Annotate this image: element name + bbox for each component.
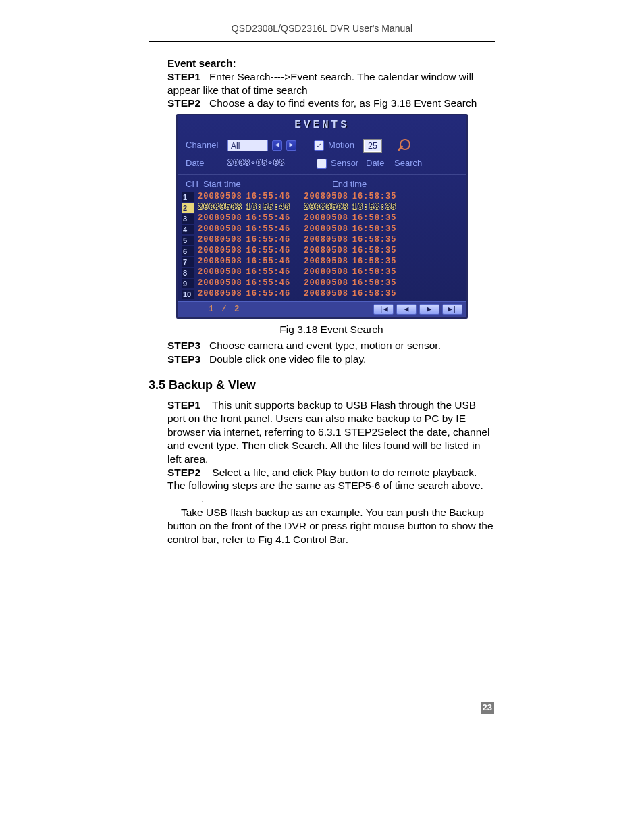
row-start-date: 20080508 (198, 257, 242, 267)
row-start-date: 20080508 (198, 278, 242, 288)
backup-step2: STEP2 Select a file, and click Play butt… (167, 466, 495, 493)
row-end-time: 16:58:35 (352, 278, 397, 288)
row-start-date: 20080508 (198, 246, 242, 256)
col-end: End time (332, 179, 458, 190)
row-start-time: 16:55:46 (246, 235, 291, 245)
row-start-date: 20080508 (198, 192, 242, 202)
row-end-date: 20080508 (304, 235, 348, 245)
channel-next-button[interactable]: ▶ (286, 140, 296, 151)
backup-heading: 3.5 Backup & View (149, 377, 495, 393)
next-page-button[interactable]: ▶ (419, 304, 439, 315)
date-value[interactable]: 2008-05-08 (227, 158, 294, 169)
backup-step2-text: Select a file, and click Play button to … (167, 467, 483, 492)
row-end-time: 16:58:35 (352, 289, 397, 299)
row-end-date: 20080508 (304, 278, 348, 288)
row-end-time: 16:58:35 (352, 224, 397, 234)
row-ch: 7 (182, 257, 194, 267)
step-3b: STEP3 Double click one video file to pla… (167, 353, 495, 366)
events-window: EVENTS Channel All ◀ ▶ ✓ Motion 25 Date … (176, 114, 468, 319)
backup-step2-label: STEP2 (167, 467, 200, 478)
motion-label: Motion (328, 140, 359, 151)
pager-text: 1 / 2 (209, 304, 241, 315)
event-search-heading: Event search: (167, 57, 495, 70)
table-row[interactable]: 52008050816:55:462008050816:58:35 (179, 235, 465, 246)
search-icon[interactable] (397, 139, 413, 153)
table-row[interactable]: 42008050816:55:462008050816:58:35 (179, 224, 465, 235)
row-start-time: 16:55:46 (246, 246, 291, 256)
row-end-date: 20080508 (304, 203, 348, 213)
row-start-date: 20080508 (198, 235, 242, 245)
row-end-date: 20080508 (304, 289, 348, 299)
step3b-text: Double click one video file to play. (209, 353, 366, 365)
table-row[interactable]: 92008050816:55:462008050816:58:35 (179, 278, 465, 289)
row-start-time: 16:55:46 (246, 267, 291, 278)
backup-step1-label: STEP1 (167, 399, 200, 411)
date-label: Date (186, 158, 223, 170)
row-start-time: 16:55:46 (246, 289, 291, 299)
table-row[interactable]: 102008050816:55:462008050816:58:35 (179, 289, 465, 300)
first-page-button[interactable]: |◀ (373, 304, 394, 315)
row-end-time: 16:58:35 (352, 235, 397, 245)
row-start-time: 16:55:46 (246, 278, 291, 288)
row-start-time: 16:55:46 (246, 213, 291, 224)
row-ch: 5 (182, 236, 194, 245)
sensor-label: Sensor (331, 158, 362, 170)
row-ch: 4 (182, 225, 194, 234)
row-start-date: 20080508 (198, 289, 242, 299)
step1-label: STEP1 (167, 71, 200, 82)
sensor-checkbox[interactable] (317, 159, 327, 169)
row-start-time: 16:55:46 (246, 224, 291, 234)
date2-label: Date (366, 158, 390, 170)
events-title: EVENTS (178, 115, 466, 137)
row-start-date: 20080508 (198, 203, 242, 213)
page-number: 23 (481, 702, 494, 714)
step2-label: STEP2 (167, 97, 200, 109)
backup-note: Take USB flash backup as an example. You… (167, 506, 495, 546)
figure-caption: Fig 3.18 Event Search (167, 323, 495, 336)
table-row[interactable]: 62008050816:55:462008050816:58:35 (179, 246, 465, 257)
row-end-date: 20080508 (304, 192, 348, 202)
page-header: QSD2308L/QSD2316L DVR User's Manual (0, 0, 644, 41)
channel-select[interactable]: All (227, 140, 268, 151)
last-page-button[interactable]: ▶| (442, 304, 462, 315)
row-start-date: 20080508 (198, 213, 242, 224)
motion-checkbox[interactable]: ✓ (314, 140, 324, 151)
row-start-date: 20080508 (198, 224, 242, 234)
row-end-date: 20080508 (304, 213, 348, 224)
row-start-time: 16:55:46 (246, 203, 291, 213)
table-row[interactable]: 32008050816:55:462008050816:58:35 (179, 213, 465, 224)
row-ch: 8 (182, 268, 194, 278)
row-end-date: 20080508 (304, 267, 348, 278)
calendar-day-box[interactable]: 25 (363, 139, 382, 153)
row-ch: 3 (182, 214, 194, 224)
backup-step1-text: This unit supports backup to USB Flash t… (167, 399, 489, 464)
row-end-time: 16:58:35 (352, 192, 397, 202)
row-ch: 1 (182, 192, 194, 202)
step2-text: Choose a day to find events for, as Fig … (209, 97, 477, 109)
row-ch: 9 (182, 279, 194, 288)
row-start-date: 20080508 (198, 267, 242, 278)
row-ch: 10 (182, 290, 194, 299)
table-row[interactable]: 22008050816:55:462008050816:58:35 (179, 203, 465, 213)
row-end-time: 16:58:35 (352, 267, 397, 278)
row-end-time: 16:58:35 (352, 246, 397, 256)
table-row[interactable]: 12008050816:55:462008050816:58:35 (179, 192, 465, 203)
row-end-date: 20080508 (304, 246, 348, 256)
channel-prev-button[interactable]: ◀ (272, 140, 282, 151)
prev-page-button[interactable]: ◀ (396, 304, 417, 315)
step-1: STEP1 Enter Search---->Event search. The… (167, 70, 495, 97)
col-ch: CH (186, 179, 200, 190)
step3a-text: Choose camera and event type, motion or … (209, 340, 441, 351)
table-row[interactable]: 82008050816:55:462008050816:58:35 (179, 267, 465, 278)
step1-text: Enter Search---->Event search. The calen… (167, 71, 473, 96)
table-row[interactable]: 72008050816:55:462008050816:58:35 (179, 257, 465, 267)
step-2: STEP2 Choose a day to find events for, a… (167, 97, 495, 110)
backup-step1: STEP1 This unit supports backup to USB F… (167, 398, 495, 465)
row-end-date: 20080508 (304, 224, 348, 234)
row-start-time: 16:55:46 (246, 192, 291, 202)
page-rule (149, 41, 495, 42)
table-header: CH Start time End time (178, 174, 466, 192)
search-label: Search (394, 158, 432, 170)
row-ch: 2 (182, 203, 194, 213)
step3b-label: STEP3 (167, 353, 200, 365)
